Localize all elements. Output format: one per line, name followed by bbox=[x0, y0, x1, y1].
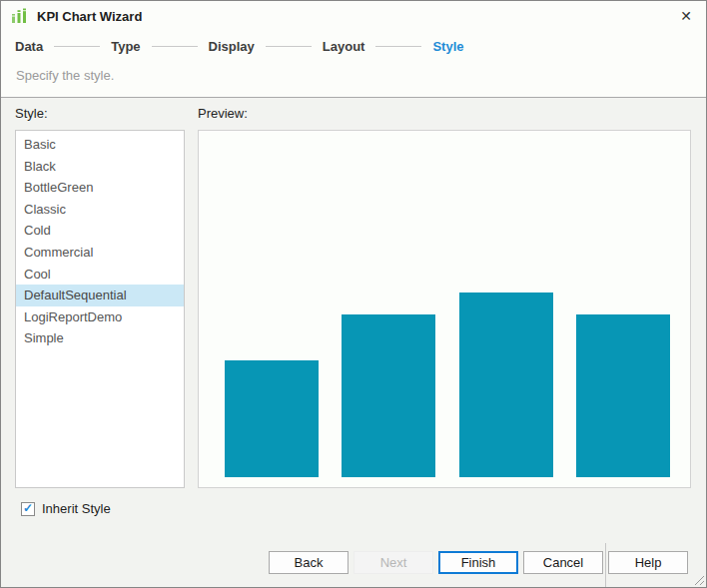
step-style[interactable]: Style bbox=[432, 39, 463, 54]
resize-grip-icon[interactable] bbox=[692, 573, 705, 586]
preview-bar bbox=[459, 293, 553, 477]
step-connector bbox=[375, 46, 421, 47]
kpi-chart-wizard-dialog: KPI Chart Wizard ✕ DataTypeDisplayLayout… bbox=[0, 0, 707, 588]
style-option-logireportdemo[interactable]: LogiReportDemo bbox=[16, 306, 184, 328]
style-option-simple[interactable]: Simple bbox=[16, 327, 184, 349]
footer-divider bbox=[605, 543, 606, 588]
step-type[interactable]: Type bbox=[111, 39, 140, 54]
step-connector bbox=[152, 46, 198, 47]
style-option-basic[interactable]: Basic bbox=[16, 134, 184, 156]
step-connector bbox=[266, 46, 312, 47]
help-button[interactable]: Help bbox=[608, 551, 688, 574]
style-list-label: Style: bbox=[15, 106, 48, 121]
close-icon[interactable]: ✕ bbox=[674, 5, 698, 27]
style-option-classic[interactable]: Classic bbox=[16, 199, 184, 221]
wizard-header: KPI Chart Wizard ✕ DataTypeDisplayLayout… bbox=[1, 1, 706, 98]
style-option-cool[interactable]: Cool bbox=[16, 264, 184, 286]
style-option-black[interactable]: Black bbox=[16, 156, 184, 178]
step-nav: DataTypeDisplayLayoutStyle bbox=[15, 33, 692, 59]
inherit-style-label: Inherit Style bbox=[42, 501, 111, 516]
window-title: KPI Chart Wizard bbox=[37, 9, 142, 24]
preview-bars bbox=[199, 131, 690, 477]
step-layout[interactable]: Layout bbox=[323, 39, 365, 54]
step-display[interactable]: Display bbox=[209, 39, 255, 54]
preview-bar bbox=[342, 314, 435, 477]
checkbox-box[interactable]: ✓ bbox=[21, 502, 35, 516]
step-description: Specify the style. bbox=[16, 68, 114, 83]
preview-bar bbox=[576, 314, 670, 477]
finish-button[interactable]: Finish bbox=[438, 551, 518, 574]
button-row: BackNextFinishCancelHelp bbox=[269, 551, 688, 574]
check-icon: ✓ bbox=[23, 502, 33, 514]
style-option-cold[interactable]: Cold bbox=[16, 220, 184, 242]
back-button[interactable]: Back bbox=[269, 551, 349, 574]
preview-label: Preview: bbox=[198, 106, 248, 121]
style-option-bottlegreen[interactable]: BottleGreen bbox=[16, 177, 184, 199]
step-data[interactable]: Data bbox=[15, 39, 43, 54]
inherit-style-checkbox[interactable]: ✓ Inherit Style bbox=[21, 501, 111, 516]
preview-bar bbox=[225, 360, 319, 477]
title-bar: KPI Chart Wizard ✕ bbox=[1, 1, 706, 31]
style-option-defaultsequential[interactable]: DefaultSequential bbox=[16, 285, 184, 306]
kpi-chart-icon bbox=[11, 8, 28, 25]
style-list[interactable]: BasicBlackBottleGreenClassicColdCommerci… bbox=[15, 130, 185, 488]
cancel-button[interactable]: Cancel bbox=[523, 551, 603, 574]
preview-chart bbox=[198, 130, 691, 488]
style-option-commercial[interactable]: Commercial bbox=[16, 242, 184, 264]
next-button[interactable]: Next bbox=[354, 551, 433, 574]
step-connector bbox=[54, 46, 100, 47]
